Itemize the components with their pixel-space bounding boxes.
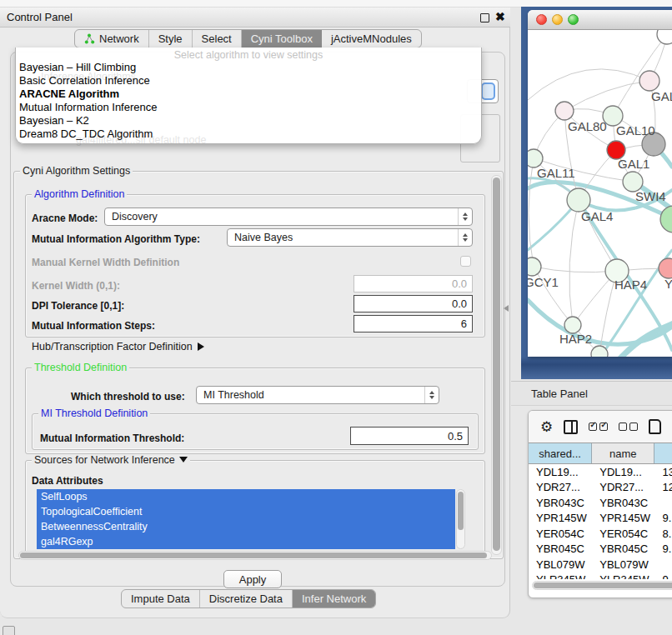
algorithm-definition-title: Algorithm Definition bbox=[32, 188, 127, 200]
mi-threshold-field[interactable]: 0.5 bbox=[350, 427, 469, 445]
tab-impute-data[interactable]: Impute Data bbox=[122, 590, 200, 608]
mi-steps-field[interactable]: 6 bbox=[354, 315, 473, 332]
table-panel-title: Table Panel bbox=[511, 388, 588, 400]
close-traffic-light-icon[interactable] bbox=[536, 14, 547, 25]
node-label: Y bbox=[664, 277, 672, 291]
data-attributes-list: SelfLoops TopologicalCoefficient Between… bbox=[37, 489, 455, 549]
settings-vertical-scrollbar[interactable] bbox=[491, 175, 502, 555]
mi-algorithm-type-label: Mutual Information Algorithm Type: bbox=[32, 233, 200, 245]
node-label: GCY1 bbox=[528, 275, 559, 289]
which-threshold-select[interactable]: MI Threshold bbox=[196, 386, 439, 404]
node[interactable] bbox=[555, 102, 574, 120]
table-horizontal-scrollbar[interactable] bbox=[532, 581, 672, 590]
node[interactable] bbox=[660, 206, 672, 232]
expand-arrow-icon[interactable] bbox=[198, 342, 204, 351]
mi-threshold-label: Mutual Information Threshold: bbox=[40, 432, 184, 444]
sources-title[interactable]: Sources for Network Inference bbox=[32, 454, 190, 466]
algorithm-option[interactable]: Bayesian – K2 bbox=[16, 114, 481, 128]
column-header-name[interactable]: name bbox=[592, 443, 654, 463]
node[interactable] bbox=[639, 71, 659, 91]
node[interactable] bbox=[591, 346, 608, 357]
node[interactable] bbox=[657, 30, 672, 44]
zoom-traffic-light-icon[interactable] bbox=[568, 14, 579, 25]
tab-label: Network bbox=[99, 32, 139, 45]
node[interactable] bbox=[528, 258, 541, 276]
tab-jactivemnodules[interactable]: jActiveMNodules bbox=[322, 30, 421, 48]
network-canvas[interactable]: GAL GAL80 GAL10 GAL1 SWI4 GAL11 GAL4 GCY… bbox=[528, 30, 672, 357]
collapsed-panel-button[interactable] bbox=[3, 626, 15, 635]
spinner-arrows-icon[interactable] bbox=[424, 387, 439, 403]
algorithm-dropdown-popup: Select algorithm to view settings Bayesi… bbox=[15, 48, 482, 144]
network-window-titlebar[interactable] bbox=[528, 10, 672, 30]
ghost-text: gal4filtered...sif default node bbox=[76, 134, 206, 146]
list-item[interactable]: TopologicalCoefficient bbox=[37, 504, 455, 519]
kernel-width-label: Kernel Width (0,1): bbox=[32, 280, 120, 292]
hub-tf-definition-toggle[interactable]: Hub/Transcription Factor Definition bbox=[32, 341, 204, 352]
dpi-tolerance-label: DPI Tolerance [0,1]: bbox=[32, 300, 124, 312]
table-row[interactable]: YBR043C YBR043C bbox=[529, 495, 672, 511]
manual-kernel-width-label: Manual Kernel Width Definition bbox=[32, 257, 179, 268]
tab-select[interactable]: Select bbox=[193, 30, 242, 48]
bottom-tabbar: Impute Data Discretize Data Infer Networ… bbox=[121, 589, 376, 608]
node[interactable] bbox=[528, 149, 543, 168]
collapse-arrow-icon[interactable] bbox=[179, 457, 188, 462]
tab-cyni-toolbox[interactable]: Cyni Toolbox bbox=[242, 30, 322, 48]
list-item[interactable]: SelfLoops bbox=[37, 489, 455, 504]
tab-discretize-data[interactable]: Discretize Data bbox=[200, 590, 293, 608]
aracne-mode-label: Aracne Mode: bbox=[32, 212, 98, 224]
algorithm-option[interactable]: Mutual Information Inference bbox=[16, 101, 481, 114]
node[interactable] bbox=[659, 258, 672, 278]
column-header-shared-name[interactable]: shared... bbox=[529, 443, 592, 463]
node[interactable] bbox=[567, 188, 590, 212]
close-icon[interactable]: ✖ bbox=[495, 10, 505, 23]
scrollbar-thumb[interactable] bbox=[534, 582, 672, 588]
table-row[interactable]: YER054C YER054C 8. bbox=[529, 526, 672, 542]
tab-style[interactable]: Style bbox=[149, 30, 193, 48]
float-window-icon[interactable] bbox=[480, 13, 489, 22]
settings-horizontal-scrollbar[interactable] bbox=[18, 551, 492, 560]
panel-divider-arrow-icon[interactable] bbox=[504, 305, 509, 312]
apply-button[interactable]: Apply bbox=[223, 570, 282, 588]
select-all-icon[interactable] bbox=[589, 422, 608, 431]
aracne-mode-select[interactable]: Discovery bbox=[104, 208, 473, 226]
manual-kernel-width-checkbox[interactable] bbox=[460, 256, 471, 267]
control-panel-tabbar: Network Style Select Cyni Toolbox jActiv… bbox=[74, 29, 422, 48]
list-item[interactable]: BetweennessCentrality bbox=[37, 519, 455, 534]
table-row[interactable]: YLR345W YLR345W 9. bbox=[529, 572, 672, 580]
scrollbar-thumb[interactable] bbox=[458, 492, 464, 530]
algorithm-option-selected[interactable]: ARACNE Algorithm bbox=[16, 88, 481, 101]
node[interactable] bbox=[564, 317, 581, 333]
tab-network[interactable]: Network bbox=[75, 30, 149, 48]
column-header-partial[interactable] bbox=[654, 443, 672, 463]
attributes-vertical-scrollbar[interactable] bbox=[456, 489, 465, 549]
node-label: HAP2 bbox=[559, 332, 592, 346]
node-label: GAL bbox=[651, 89, 672, 103]
export-document-icon[interactable] bbox=[649, 419, 661, 434]
dpi-tolerance-field[interactable]: 0.0 bbox=[354, 295, 473, 312]
mi-algorithm-type-select[interactable]: Naive Bayes bbox=[227, 228, 473, 247]
list-item[interactable]: gal4RGexp bbox=[37, 534, 455, 549]
network-view-frame: GAL GAL80 GAL10 GAL1 SWI4 GAL11 GAL4 GCY… bbox=[521, 7, 672, 379]
table-row[interactable]: YDL19... YDL19... 13 bbox=[529, 464, 672, 480]
kernel-width-field[interactable]: 0.0 bbox=[354, 275, 473, 292]
deselect-all-icon[interactable] bbox=[619, 422, 638, 431]
table-row[interactable]: YDR27... YDR27... 12 bbox=[529, 480, 672, 496]
table-row[interactable]: YBL079W YBL079W bbox=[529, 557, 672, 572]
spinner-arrows-icon[interactable] bbox=[458, 229, 472, 246]
data-attributes-label: Data Attributes bbox=[32, 475, 103, 487]
minimize-traffic-light-icon[interactable] bbox=[552, 14, 563, 25]
combo-focus-button-fragment bbox=[481, 82, 495, 100]
gear-icon[interactable]: ⚙ bbox=[540, 420, 553, 434]
spinner-arrows-icon[interactable] bbox=[458, 208, 472, 225]
columns-icon[interactable] bbox=[564, 420, 578, 434]
threshold-definition-title: Threshold Definition bbox=[32, 362, 129, 373]
table-row[interactable]: YBR045C YBR045C 9. bbox=[529, 542, 672, 558]
tab-infer-network[interactable]: Infer Network bbox=[293, 590, 375, 608]
which-threshold-label: Which threshold to use: bbox=[71, 391, 185, 402]
table-body: YDL19... YDL19... 13 YDR27... YDR27... 1… bbox=[529, 464, 672, 579]
node-label: GAL80 bbox=[568, 119, 607, 133]
table-row[interactable]: YPR145W YPR145W 9. bbox=[529, 511, 672, 527]
network-window: GAL GAL80 GAL10 GAL1 SWI4 GAL11 GAL4 GCY… bbox=[528, 10, 672, 357]
scrollbar-thumb[interactable] bbox=[493, 178, 500, 551]
scrollbar-thumb[interactable] bbox=[20, 552, 487, 558]
